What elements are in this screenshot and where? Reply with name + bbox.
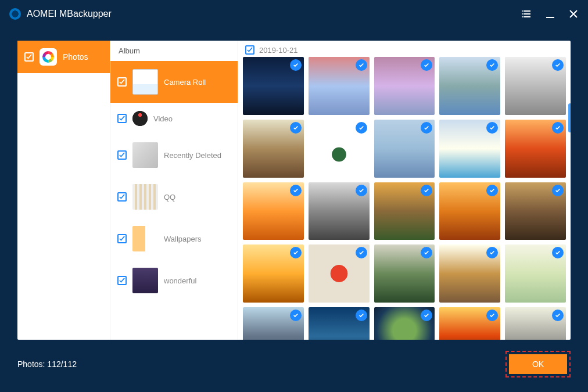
- photo-tile[interactable]: [309, 244, 370, 303]
- date-label: 2019-10-21: [259, 46, 298, 55]
- album-item-wonderful[interactable]: wonderful: [110, 260, 238, 301]
- album-item-wallpapers[interactable]: Wallpapers: [110, 218, 238, 260]
- check-badge-icon[interactable]: [356, 185, 367, 196]
- check-badge-icon[interactable]: [421, 310, 432, 321]
- app-logo-icon: [9, 8, 21, 20]
- check-badge-icon[interactable]: [486, 185, 498, 196]
- check-badge-icon[interactable]: [290, 310, 302, 321]
- check-badge-icon[interactable]: [421, 185, 432, 196]
- photo-tile[interactable]: [309, 120, 370, 178]
- photo-tile[interactable]: [505, 57, 566, 115]
- album-checkbox[interactable]: [117, 114, 127, 123]
- check-badge-icon[interactable]: [486, 247, 498, 258]
- check-badge-icon[interactable]: [356, 122, 367, 134]
- photos-checkbox[interactable]: [24, 52, 34, 62]
- photo-tile[interactable]: [243, 57, 304, 115]
- app-title: AOMEI MBackupper: [27, 9, 112, 19]
- check-badge-icon[interactable]: [356, 310, 367, 321]
- photo-tile[interactable]: [439, 120, 500, 178]
- title-bar: AOMEI MBackupper: [0, 0, 588, 28]
- photo-grid-panel: 2019-10-21: [238, 41, 571, 340]
- check-badge-icon[interactable]: [552, 122, 564, 134]
- album-checkbox[interactable]: [117, 150, 127, 160]
- check-badge-icon[interactable]: [356, 247, 367, 258]
- ok-button[interactable]: OK: [509, 354, 567, 374]
- photo-tile[interactable]: [374, 57, 435, 115]
- photo-tile[interactable]: [309, 57, 370, 115]
- check-badge-icon[interactable]: [356, 59, 367, 71]
- scrollbar-thumb[interactable]: [568, 103, 571, 132]
- check-badge-icon[interactable]: [421, 247, 432, 258]
- check-badge-icon[interactable]: [552, 310, 564, 321]
- photo-tile[interactable]: [309, 307, 370, 340]
- check-badge-icon[interactable]: [290, 122, 302, 134]
- album-checkbox[interactable]: [117, 234, 127, 243]
- photo-tile[interactable]: [439, 244, 500, 303]
- photo-tile[interactable]: [505, 244, 566, 303]
- photos-app-icon: [40, 48, 57, 66]
- photo-grid: [243, 57, 566, 340]
- category-sidebar: Photos: [17, 41, 110, 340]
- album-label: Video: [153, 114, 173, 123]
- photo-tile[interactable]: [243, 182, 304, 240]
- date-checkbox[interactable]: [245, 45, 254, 55]
- photo-tile[interactable]: [374, 307, 435, 340]
- check-badge-icon[interactable]: [290, 59, 302, 71]
- date-group-header[interactable]: 2019-10-21: [238, 41, 571, 57]
- check-badge-icon[interactable]: [421, 122, 432, 134]
- album-thumb-icon: [132, 111, 148, 126]
- photo-tile[interactable]: [243, 244, 304, 303]
- photo-tile[interactable]: [243, 307, 304, 340]
- album-list: Camera RollVideoRecently DeletedQQWallpa…: [110, 61, 238, 340]
- photo-count-status: Photos: 112/112: [17, 359, 77, 369]
- window-controls: [522, 9, 579, 19]
- check-badge-icon[interactable]: [486, 310, 498, 321]
- close-button[interactable]: [568, 9, 579, 19]
- photo-tile[interactable]: [505, 307, 566, 340]
- check-badge-icon[interactable]: [552, 59, 564, 71]
- album-checkbox[interactable]: [117, 276, 127, 285]
- album-sidebar: Album Camera RollVideoRecently DeletedQQ…: [110, 41, 238, 340]
- album-thumb-icon: [132, 184, 158, 210]
- svg-point-0: [522, 10, 523, 12]
- album-item-qq[interactable]: QQ: [110, 176, 238, 218]
- album-label: wonderful: [164, 276, 196, 285]
- check-badge-icon[interactable]: [290, 185, 302, 196]
- check-badge-icon[interactable]: [486, 122, 498, 134]
- album-header: Album: [110, 41, 238, 61]
- svg-rect-3: [546, 17, 554, 18]
- album-item-camera-roll[interactable]: Camera Roll: [110, 61, 238, 103]
- svg-point-2: [522, 16, 523, 17]
- check-badge-icon[interactable]: [421, 59, 432, 71]
- album-thumb-icon: [132, 226, 158, 251]
- photo-tile[interactable]: [374, 182, 435, 240]
- photo-tile[interactable]: [374, 120, 435, 178]
- svg-point-1: [522, 13, 523, 15]
- photo-tile[interactable]: [439, 307, 500, 340]
- album-item-video[interactable]: Video: [110, 103, 238, 134]
- check-badge-icon[interactable]: [552, 185, 564, 196]
- photo-tile[interactable]: [309, 182, 370, 240]
- check-badge-icon[interactable]: [486, 59, 498, 71]
- check-badge-icon[interactable]: [290, 247, 302, 258]
- ok-button-highlight: OK: [505, 351, 571, 377]
- check-badge-icon[interactable]: [552, 247, 564, 258]
- photo-tile[interactable]: [243, 120, 304, 178]
- album-thumb-icon: [132, 69, 158, 95]
- photo-tile[interactable]: [439, 182, 500, 240]
- album-thumb-icon: [132, 142, 158, 168]
- photo-tile[interactable]: [374, 244, 435, 303]
- album-checkbox[interactable]: [117, 192, 127, 202]
- photo-tile[interactable]: [505, 120, 566, 178]
- photo-tile[interactable]: [439, 57, 500, 115]
- minimize-button[interactable]: [545, 9, 555, 19]
- album-item-recently-deleted[interactable]: Recently Deleted: [110, 134, 238, 176]
- sidebar-item-photos[interactable]: Photos: [17, 41, 110, 73]
- album-checkbox[interactable]: [117, 77, 127, 87]
- photo-tile[interactable]: [505, 182, 566, 240]
- footer-bar: Photos: 112/112 OK: [17, 347, 571, 382]
- main-panel: Photos Album Camera RollVideoRecently De…: [17, 41, 571, 340]
- album-label: Recently Deleted: [164, 151, 221, 160]
- album-label: Wallpapers: [164, 235, 202, 243]
- menu-list-icon[interactable]: [522, 9, 532, 19]
